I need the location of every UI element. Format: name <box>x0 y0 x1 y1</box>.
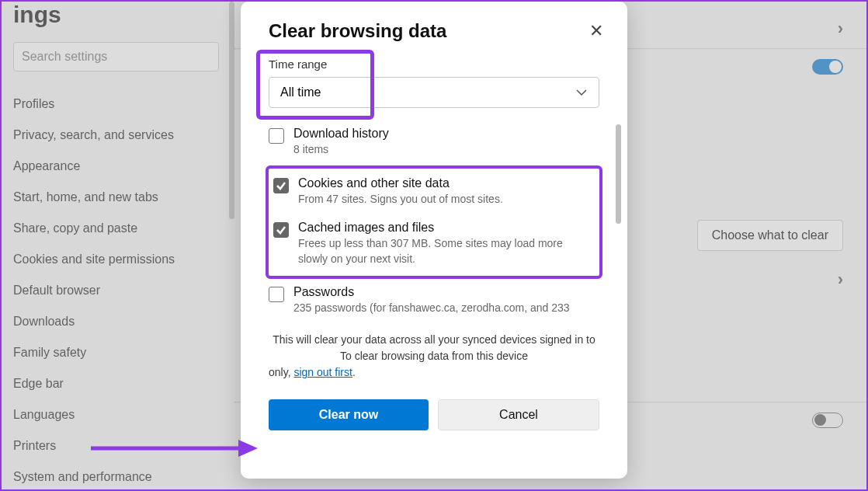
option-download-history: Download history 8 items <box>269 120 599 165</box>
annotation-highlight: Cookies and other site data From 47 site… <box>266 165 602 280</box>
dialog-footer-text-2: only, sign out first. <box>269 364 599 381</box>
option-title: Passwords <box>293 285 599 299</box>
option-cached: Cached images and files Frees up less th… <box>273 214 595 274</box>
sign-out-link[interactable]: sign out first <box>293 366 352 378</box>
option-subtitle: From 47 sites. Signs you out of most sit… <box>298 192 595 207</box>
time-range-label: Time range <box>269 57 599 71</box>
clear-now-button[interactable]: Clear now <box>269 399 429 430</box>
dialog-footer-text: This will clear your data across all you… <box>269 332 599 364</box>
option-title: Cached images and files <box>298 221 595 235</box>
download-history-checkbox[interactable] <box>269 128 284 144</box>
clear-browsing-data-dialog: ✕ Clear browsing data Time range All tim… <box>241 2 627 479</box>
cookies-checkbox[interactable] <box>273 178 289 193</box>
option-subtitle: Frees up less than 307 MB. Some sites ma… <box>298 236 595 266</box>
chevron-down-icon <box>575 86 588 99</box>
option-subtitle: 235 passwords (for fanshawec.ca, zerodha… <box>293 301 599 316</box>
time-range-select[interactable]: All time <box>269 77 599 108</box>
option-cookies: Cookies and other site data From 47 site… <box>273 170 595 215</box>
close-icon[interactable]: ✕ <box>589 25 604 40</box>
time-range-value: All time <box>280 85 321 99</box>
cancel-button[interactable]: Cancel <box>438 399 599 430</box>
options-scrollbar[interactable] <box>616 124 621 224</box>
passwords-checkbox[interactable] <box>269 287 284 302</box>
option-passwords: Passwords 235 passwords (for fanshawec.c… <box>269 279 599 324</box>
dialog-title: Clear browsing data <box>269 20 599 42</box>
option-title: Download history <box>293 127 599 141</box>
cached-checkbox[interactable] <box>273 222 289 238</box>
option-subtitle: 8 items <box>293 142 599 158</box>
option-title: Cookies and other site data <box>298 176 595 190</box>
